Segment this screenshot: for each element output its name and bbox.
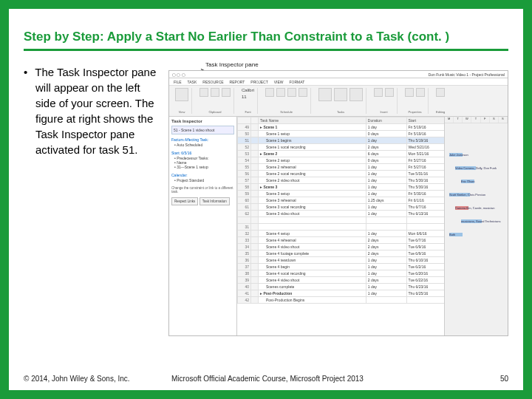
titlebar: ▢ ▢ ▢ Don Funk Music Video 1 - Project P… xyxy=(169,71,508,78)
ribbon-group-properties: Properties xyxy=(402,88,429,114)
slide-title: Step by Step: Apply a Start No Earlier T… xyxy=(24,30,508,44)
font-name[interactable]: Calibri xyxy=(242,88,254,92)
gantt-header: MT WT FS S xyxy=(445,117,508,123)
unlink-icon[interactable] xyxy=(299,88,307,97)
window-title: Don Funk Music Video 1 - Project Profess… xyxy=(429,72,505,77)
link-icon[interactable] xyxy=(287,88,296,97)
manual-icon[interactable] xyxy=(318,88,332,101)
quick-access[interactable]: ▢ ▢ ▢ xyxy=(172,72,185,77)
gantt-bar: Camera film, Carole, musician xyxy=(455,206,468,210)
project-window: ▢ ▢ ▢ Don Funk Music Video 1 - Project P… xyxy=(168,70,508,336)
gantt-bar: Jake Jameson xyxy=(449,153,463,157)
respect-links-button[interactable]: Respect Links xyxy=(171,197,198,205)
inspector-change-note: Change the constraint or link to a diffe… xyxy=(171,186,234,194)
slide: Step by Step: Apply a Start No Earlier T… xyxy=(9,9,523,390)
figure: Task Inspector pane ▢ ▢ ▢ Don Funk Music… xyxy=(168,64,508,336)
gantt-bar: musicians, Sound Technicians xyxy=(461,219,482,223)
tab-project[interactable]: PROJECT xyxy=(250,80,267,84)
paste-icon[interactable] xyxy=(222,88,231,97)
tab-report[interactable]: REPORT xyxy=(230,80,245,84)
gantt-chart-icon[interactable] xyxy=(175,88,188,101)
ribbon-group-tasks: Tasks xyxy=(316,88,366,114)
cut-icon[interactable] xyxy=(200,88,208,97)
callout-label: Task Inspector pane xyxy=(205,61,259,68)
ribbon: View Clipboard Calibri xyxy=(169,86,508,117)
ribbon-group-clipboard: Clipboard xyxy=(197,88,234,114)
task-grid-wrap: Task Name Duration Start Finish 49▸ Scen… xyxy=(237,117,508,335)
gantt-bar: Video Camera, Dolly, Don Funk xyxy=(455,166,476,170)
milestone-icon[interactable] xyxy=(385,88,394,97)
content-row: The Task Inspector pane will appear on t… xyxy=(24,64,508,336)
tab-resource[interactable]: RESOURCE xyxy=(202,80,223,84)
auto-icon[interactable] xyxy=(334,88,347,101)
body-area: Task Inspector 51 - Scene 1 video shoot … xyxy=(169,117,508,335)
gantt-bar: Scott Seeker, Chris Preston xyxy=(449,193,470,197)
notes-icon[interactable] xyxy=(416,88,425,97)
font-size[interactable]: 11 xyxy=(242,95,247,99)
ribbon-group-editing: Editing xyxy=(433,88,448,114)
gantt-bar: Eric Olson xyxy=(461,180,474,183)
inspector-heading: Task Inspector xyxy=(171,119,234,123)
title-rule xyxy=(24,49,508,51)
tab-view[interactable]: VIEW xyxy=(274,80,284,84)
tab-file[interactable]: FILE xyxy=(174,80,182,84)
find-icon[interactable] xyxy=(436,88,445,97)
tab-format[interactable]: FORMAT xyxy=(289,80,304,84)
page-number: 50 xyxy=(479,375,508,383)
insert-task-icon[interactable] xyxy=(374,88,383,97)
gantt-bar: Both xyxy=(449,233,463,236)
copyright: © 2014, John Wiley & Sons, Inc. xyxy=(24,375,171,383)
copy-icon[interactable] xyxy=(211,88,219,97)
ribbon-group-schedule: Schedule xyxy=(262,88,311,114)
task-inspector-pane: Task Inspector 51 - Scene 1 video shoot … xyxy=(169,117,237,335)
bullet-text: The Task Inspector pane will appear on t… xyxy=(24,64,157,336)
info-icon[interactable] xyxy=(405,88,414,97)
tab-task[interactable]: TASK xyxy=(188,80,197,84)
inspect-icon[interactable] xyxy=(349,88,363,101)
inspector-task: 51 - Scene 1 video shoot xyxy=(171,126,234,134)
task-info-button[interactable]: Task Information xyxy=(200,197,230,205)
ribbon-tabs[interactable]: FILE TASK RESOURCE REPORT PROJECT VIEW F… xyxy=(169,78,508,86)
ribbon-group-insert: Insert xyxy=(371,88,398,114)
outdent-icon[interactable] xyxy=(276,88,285,97)
indent-icon[interactable] xyxy=(265,88,274,97)
slide-footer: © 2014, John Wiley & Sons, Inc. Microsof… xyxy=(24,375,508,383)
ribbon-group-view: View xyxy=(172,88,192,114)
ribbon-group-font: Calibri 11 Font xyxy=(239,88,258,114)
gantt-area: MT WT FS S Jake JamesonVideo Camera, Dol… xyxy=(444,117,508,335)
course-title: Microsoft Official Academic Course, Micr… xyxy=(171,375,479,383)
